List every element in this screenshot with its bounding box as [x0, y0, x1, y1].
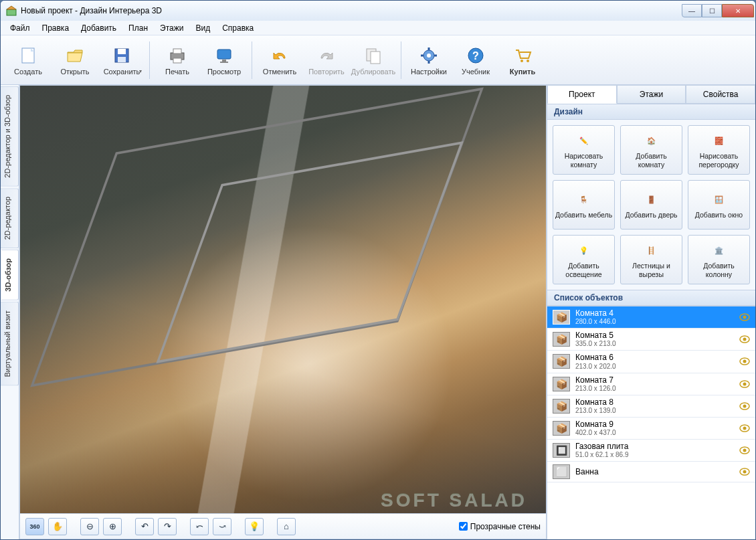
object-dimensions: 51.0 x 62.1 x 86.9: [575, 451, 629, 458]
object-dimensions: 213.0 x 126.0: [575, 385, 616, 392]
add-window-button[interactable]: 🪟 Добавить окно: [688, 180, 750, 230]
object-name: Ванна: [575, 468, 599, 476]
toolbar-create-button[interactable]: Создать: [5, 43, 52, 78]
svg-rect-5: [118, 49, 126, 54]
tab-project[interactable]: Проект: [547, 85, 617, 104]
object-row[interactable]: 📦Комната 9402.0 x 437.0: [547, 418, 755, 440]
window-minimize-button[interactable]: —: [682, 4, 702, 17]
light-icon: 💡: [575, 241, 593, 260]
toolbar-redo-button[interactable]: Повторить: [303, 43, 350, 78]
door-icon: 🚪: [642, 190, 661, 209]
tab-properties[interactable]: Свойства: [686, 85, 755, 104]
svg-rect-12: [220, 62, 228, 63]
visibility-eye-icon[interactable]: [739, 446, 750, 454]
menu-view[interactable]: Вид: [190, 22, 215, 34]
svg-point-38: [743, 449, 747, 452]
object-row[interactable]: 📦Комната 4280.0 x 446.0: [547, 306, 755, 329]
visibility-eye-icon[interactable]: [739, 380, 750, 388]
toolbar-tutorial-button[interactable]: ? Учебник: [452, 43, 499, 78]
add-room-button[interactable]: 🏠 Добавить комнату: [620, 125, 682, 175]
scene-3d[interactable]: [20, 86, 546, 513]
svg-rect-0: [7, 9, 16, 15]
toolbar-undo-button[interactable]: Отменить: [256, 43, 303, 78]
visibility-eye-icon[interactable]: [739, 424, 750, 432]
object-name: Газовая плита: [575, 442, 629, 451]
column-icon: 🏛️: [710, 241, 729, 260]
object-list[interactable]: 📦Комната 4280.0 x 446.0📦Комната 5335.0 x…: [547, 306, 755, 539]
view-toolbar: 360 ✋ ⊖ ⊕ ↶ ↷ ⤺ ⤻ 💡 ⌂ Прозрачные стены: [20, 513, 546, 539]
save-icon: [111, 45, 132, 66]
visibility-eye-icon[interactable]: [739, 468, 750, 476]
menu-file[interactable]: Файл: [5, 22, 35, 34]
toolbar-preview-button[interactable]: Просмотр: [201, 43, 248, 78]
add-furniture-button[interactable]: 🪑 Добавить мебель: [553, 180, 615, 230]
visibility-eye-icon[interactable]: [739, 402, 750, 410]
menu-help[interactable]: Справка: [217, 22, 259, 34]
visibility-eye-icon[interactable]: [739, 357, 750, 365]
svg-point-30: [743, 360, 747, 363]
object-row[interactable]: ⬜Ванна: [547, 462, 755, 482]
zoom-out-icon: ⊖: [86, 521, 94, 531]
tab-3d-view[interactable]: 3D-обзор: [1, 250, 19, 300]
rotate-ccw-icon: ↶: [141, 521, 149, 531]
tab-floors[interactable]: Этажи: [617, 85, 686, 104]
hand-icon: ✋: [52, 521, 63, 531]
tilt-left-button[interactable]: ⤺: [190, 518, 209, 535]
object-row[interactable]: 📦Комната 7213.0 x 126.0: [547, 373, 755, 395]
menu-edit[interactable]: Правка: [37, 22, 75, 34]
zoom-in-button[interactable]: ⊕: [103, 518, 122, 535]
design-section-header: Дизайн: [547, 104, 755, 120]
draw-partition-button[interactable]: 🧱 Нарисовать перегородку: [688, 125, 750, 175]
toolbar-buy-button[interactable]: Купить: [499, 43, 546, 78]
rotate-ccw-button[interactable]: ↶: [135, 518, 154, 535]
svg-rect-11: [222, 60, 226, 62]
tilt-right-button[interactable]: ⤻: [213, 518, 231, 535]
visibility-eye-icon[interactable]: [739, 313, 750, 321]
object-name: Комната 8: [575, 398, 616, 407]
help-icon: ?: [465, 45, 486, 66]
monitor-icon: [213, 45, 235, 66]
menu-plan[interactable]: План: [123, 22, 153, 34]
tab-2d-and-3d[interactable]: 2D-редактор и 3D-обзор: [1, 86, 19, 187]
add-column-button[interactable]: 🏛️ Добавить колонну: [688, 235, 750, 284]
menu-floors[interactable]: Этажи: [155, 22, 189, 34]
object-thumb-icon: 📦: [553, 354, 570, 369]
pan-button[interactable]: ✋: [48, 518, 67, 535]
object-row[interactable]: 🔲Газовая плита51.0 x 62.1 x 86.9: [547, 440, 755, 462]
toolbar-print-button[interactable]: Печать: [154, 43, 201, 78]
toolbar-duplicate-button[interactable]: Дублировать: [350, 43, 397, 78]
titlebar: Новый проект - Дизайн Интерьера 3D — ☐ ✕: [1, 1, 755, 21]
visibility-eye-icon[interactable]: [739, 335, 750, 343]
svg-point-40: [743, 470, 747, 474]
zoom-out-button[interactable]: ⊖: [80, 518, 99, 535]
menu-add[interactable]: Добавить: [76, 22, 122, 34]
toolbar-settings-button[interactable]: Настройки: [405, 43, 452, 78]
folder-open-icon: [64, 45, 86, 66]
lighting-button[interactable]: 💡: [245, 518, 264, 535]
home-icon: ⌂: [284, 521, 289, 531]
object-row[interactable]: 📦Комната 6213.0 x 202.0: [547, 351, 755, 373]
toolbar: Создать Открыть Сохранить Печать Просмот…: [1, 35, 755, 85]
draw-room-button[interactable]: ✏️ Нарисовать комнату: [553, 125, 615, 175]
window-close-button[interactable]: ✕: [722, 4, 754, 17]
orbit-360-button[interactable]: 360: [25, 518, 44, 535]
svg-point-24: [527, 60, 529, 62]
object-dimensions: 335.0 x 213.0: [575, 340, 616, 347]
tab-2d-editor[interactable]: 2D-редактор: [1, 188, 19, 248]
home-view-button[interactable]: ⌂: [277, 518, 296, 535]
object-row[interactable]: 📦Комната 8213.0 x 139.0: [547, 395, 755, 418]
object-thumb-icon: 🔲: [553, 443, 570, 458]
object-thumb-icon: 📦: [553, 310, 570, 325]
toolbar-save-button[interactable]: Сохранить: [98, 43, 145, 78]
stairs-button[interactable]: 🪜 Лестницы и вырезы: [620, 235, 682, 284]
object-row[interactable]: 📦Комната 5335.0 x 213.0: [547, 329, 755, 351]
add-light-button[interactable]: 💡 Добавить освещение: [553, 235, 615, 284]
rotate-cw-button[interactable]: ↷: [158, 518, 177, 535]
viewport-3d[interactable]: 360 ✋ ⊖ ⊕ ↶ ↷ ⤺ ⤻ 💡 ⌂ Прозрачные стены: [19, 85, 547, 539]
toolbar-open-button[interactable]: Открыть: [52, 43, 98, 78]
transparent-walls-toggle[interactable]: Прозрачные стены: [459, 522, 541, 531]
window-maximize-button[interactable]: ☐: [702, 4, 722, 17]
transparent-walls-checkbox[interactable]: [459, 522, 468, 531]
add-door-button[interactable]: 🚪 Добавить дверь: [620, 180, 682, 230]
tab-virtual-visit[interactable]: Виртуальный визит: [1, 302, 19, 386]
